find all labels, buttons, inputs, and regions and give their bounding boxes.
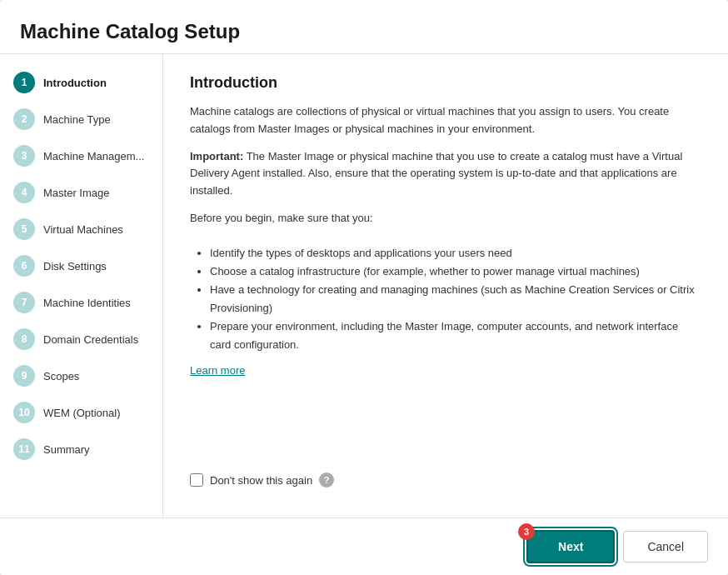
step-label: Summary [43, 443, 90, 456]
machine-catalog-setup-dialog: Machine Catalog Setup 1Introduction2Mach… [0, 0, 728, 575]
step-label: Master Image [43, 187, 109, 199]
sidebar: 1Introduction2Machine Type3Machine Manag… [0, 54, 163, 518]
step-label: Disk Settings [43, 260, 107, 272]
step-number: 3 [13, 145, 35, 167]
sidebar-item-virtual-machines[interactable]: 5Virtual Machines [0, 211, 162, 248]
sidebar-item-machine-type[interactable]: 2Machine Type [0, 101, 162, 138]
dialog-title: Machine Catalog Setup [20, 20, 708, 43]
step-label: Introduction [43, 77, 107, 89]
dont-show-checkbox[interactable] [190, 473, 203, 487]
bullet-list: Identify the types of desktops and appli… [210, 244, 701, 355]
main-content: Introduction Machine catalogs are collec… [163, 54, 728, 518]
bullet-item: Choose a catalog infrastructure (for exa… [210, 262, 701, 281]
intro-para1: Machine catalogs are collections of phys… [190, 103, 701, 138]
bullet-item: Prepare your environment, including the … [210, 318, 701, 354]
step-number: 2 [13, 108, 35, 130]
sidebar-item-domain-credentials[interactable]: 8Domain Credentials [0, 321, 162, 358]
step-number: 1 [13, 72, 35, 93]
step-number: 8 [13, 328, 35, 350]
important-text: The Master Image or physical machine tha… [190, 150, 682, 198]
bullet-item: Identify the types of desktops and appli… [210, 244, 701, 262]
sidebar-item-scopes[interactable]: 9Scopes [0, 358, 162, 394]
bullet-item: Have a technology for creating and manag… [210, 281, 701, 318]
step-number: 7 [13, 292, 35, 313]
dont-show-label: Don't show this again [210, 474, 312, 487]
step-number: 9 [13, 365, 35, 387]
sidebar-item-summary[interactable]: 11Summary [0, 431, 162, 468]
help-icon[interactable]: ? [319, 472, 334, 488]
step-label: Scopes [43, 370, 79, 382]
next-button[interactable]: Next [526, 530, 615, 563]
sidebar-item-machine-identities[interactable]: 7Machine Identities [0, 284, 162, 321]
step-label: Virtual Machines [43, 223, 123, 236]
step-label: Machine Managem... [43, 150, 144, 162]
step-label: WEM (Optional) [43, 407, 120, 419]
step-number: 5 [13, 218, 35, 240]
notification-badge: 3 [518, 523, 535, 540]
dialog-footer: Next 3 Cancel [0, 518, 728, 575]
important-label: Important: [190, 150, 243, 162]
dialog-body: 1Introduction2Machine Type3Machine Manag… [0, 54, 728, 518]
step-label: Machine Identities [43, 297, 131, 309]
step-number: 10 [13, 402, 35, 423]
step-number: 6 [13, 255, 35, 277]
step-number: 11 [13, 438, 35, 460]
dialog-header: Machine Catalog Setup [0, 0, 728, 54]
dont-show-row: Don't show this again ? [190, 472, 701, 498]
sidebar-item-introduction[interactable]: 1Introduction [0, 64, 162, 101]
sidebar-item-wem-(optional)[interactable]: 10WEM (Optional) [0, 394, 162, 431]
step-label: Machine Type [43, 113, 111, 126]
step-label: Domain Credentials [43, 333, 138, 346]
sidebar-item-disk-settings[interactable]: 6Disk Settings [0, 248, 162, 284]
step-number: 4 [13, 182, 35, 203]
sidebar-item-master-image[interactable]: 4Master Image [0, 174, 162, 211]
next-wrapper: Next 3 [526, 530, 615, 563]
learn-more-link[interactable]: Learn more [190, 364, 701, 377]
cancel-button[interactable]: Cancel [623, 531, 708, 562]
intro-para3: Before you begin, make sure that you: [190, 210, 701, 228]
intro-para2: Important: The Master Image or physical … [190, 148, 701, 200]
content-title: Introduction [190, 74, 701, 92]
sidebar-item-machine-managem---[interactable]: 3Machine Managem... [0, 138, 162, 174]
